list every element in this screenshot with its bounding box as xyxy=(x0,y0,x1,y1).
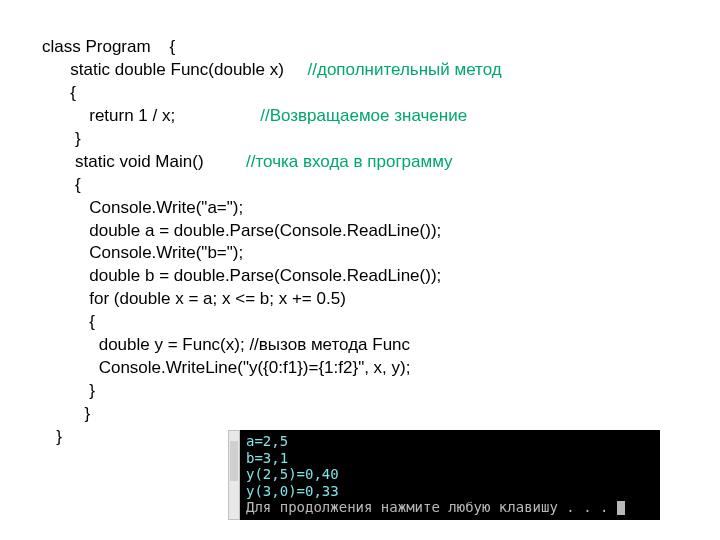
code-block: class Program { static double Func(doubl… xyxy=(42,36,720,449)
code-line: Console.Write("b="); xyxy=(42,242,720,265)
code-comment: //дополнительный метод xyxy=(308,60,502,79)
code-line: double y = Func(x); //вызов метода Func xyxy=(42,334,720,357)
console-output: a=2,5 b=3,1 y(2,5)=0,40 y(3,0)=0,33 Для … xyxy=(240,430,660,520)
code-comment: //точка входа в программу xyxy=(246,152,453,171)
code-line: { xyxy=(42,82,720,105)
code-line: static double Func(double x) //дополните… xyxy=(42,59,720,82)
code-line: class Program { xyxy=(42,36,720,59)
code-line: } xyxy=(42,380,720,403)
cursor-icon xyxy=(617,501,625,515)
console-line: y(2,5)=0,40 xyxy=(246,466,652,483)
scrollbar-thumb[interactable] xyxy=(230,441,238,481)
code-comment: //Возвращаемое значение xyxy=(260,106,467,125)
code-line: static void Main() //точка входа в прогр… xyxy=(42,151,720,174)
code-line: Console.Write("a="); xyxy=(42,197,720,220)
code-line: double a = double.Parse(Console.ReadLine… xyxy=(42,220,720,243)
console-line: y(3,0)=0,33 xyxy=(246,483,652,500)
code-line: { xyxy=(42,311,720,334)
code-line: return 1 / x; //Возвращаемое значение xyxy=(42,105,720,128)
console-line: a=2,5 xyxy=(246,433,652,450)
code-line: for (double x = a; x <= b; x += 0.5) xyxy=(42,288,720,311)
code-line: double b = double.Parse(Console.ReadLine… xyxy=(42,265,720,288)
code-line: { xyxy=(42,174,720,197)
console-line: Для продолжения нажмите любую клавишу . … xyxy=(246,499,652,516)
scrollbar[interactable] xyxy=(228,430,240,520)
code-line: } xyxy=(42,128,720,151)
code-line: Console.WriteLine("y({0:f1})={1:f2}", x,… xyxy=(42,357,720,380)
console-line: b=3,1 xyxy=(246,450,652,467)
code-line: } xyxy=(42,403,720,426)
console-window: a=2,5 b=3,1 y(2,5)=0,40 y(3,0)=0,33 Для … xyxy=(228,430,660,520)
